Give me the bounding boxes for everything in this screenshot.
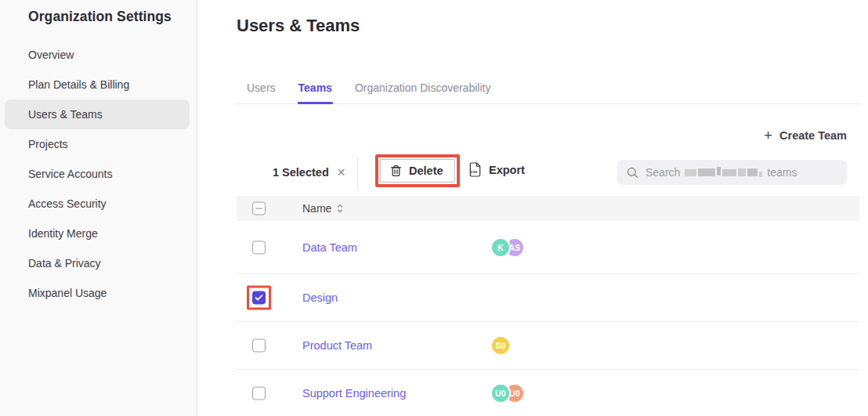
sidebar-item-identity-merge[interactable]: Identity Merge xyxy=(5,219,190,248)
table-row-support-engineering: Support Engineering U0 U0 xyxy=(237,370,859,416)
row-checkbox-support-engineering[interactable] xyxy=(252,387,266,400)
organization-settings-page: Organization Settings Overview Plan Deta… xyxy=(0,0,868,416)
sidebar-item-users-teams[interactable]: Users & Teams xyxy=(5,99,190,129)
selection-bar: 1 Selected ✕ xyxy=(273,166,345,179)
redacted-text xyxy=(685,168,762,177)
column-header-name[interactable]: Name xyxy=(302,202,343,215)
table-row-product-team: Product Team S0 xyxy=(237,322,859,370)
sidebar-item-service-accounts[interactable]: Service Accounts xyxy=(5,159,190,189)
sort-icon xyxy=(337,204,343,213)
team-link-data-team[interactable]: Data Team xyxy=(302,241,357,254)
teams-table: Name Data Team K AS xyxy=(237,196,859,416)
table-header-row: Name xyxy=(237,196,859,221)
check-icon xyxy=(255,295,263,302)
search-icon xyxy=(627,167,638,179)
trash-icon xyxy=(390,165,402,177)
sidebar-item-mixpanel-usage[interactable]: Mixpanel Usage xyxy=(5,278,190,308)
row-checkbox-data-team[interactable] xyxy=(252,241,266,254)
csv-file-icon: csv xyxy=(468,162,482,177)
avatar: S0 xyxy=(490,335,511,356)
plus-icon: + xyxy=(764,129,772,142)
avatar-group: S0 xyxy=(490,335,511,356)
indeterminate-dash-icon xyxy=(255,208,262,209)
svg-text:csv: csv xyxy=(470,169,477,174)
annotation-highlight-checkbox xyxy=(247,286,271,310)
create-team-label: Create Team xyxy=(779,129,847,142)
search-input[interactable]: Search teams xyxy=(617,160,847,185)
team-link-support-engineering[interactable]: Support Engineering xyxy=(302,387,406,400)
select-all-checkbox[interactable] xyxy=(252,202,266,215)
sidebar-item-data-privacy[interactable]: Data & Privacy xyxy=(5,248,190,278)
selected-count: 1 Selected xyxy=(273,166,329,179)
sidebar-item-overview[interactable]: Overview xyxy=(5,40,190,70)
row-checkbox-product-team[interactable] xyxy=(252,339,266,353)
toolbar-divider xyxy=(357,157,358,189)
tab-users[interactable]: Users xyxy=(246,72,277,103)
tab-organization-discoverability[interactable]: Organization Discoverability xyxy=(354,72,492,103)
tab-teams[interactable]: Teams xyxy=(298,72,333,103)
search-placeholder-suffix: teams xyxy=(767,166,797,179)
avatar-group: U0 U0 xyxy=(490,383,525,403)
delete-button-label: Delete xyxy=(409,165,443,177)
team-link-product-team[interactable]: Product Team xyxy=(302,339,372,352)
table-row-design: Design xyxy=(237,274,859,322)
row-checkbox-design[interactable] xyxy=(252,291,266,305)
team-link-design[interactable]: Design xyxy=(302,291,338,304)
export-button-label: Export xyxy=(489,164,525,176)
page-title: Users & Teams xyxy=(237,16,360,36)
avatar: K xyxy=(490,237,511,258)
sidebar-nav: Overview Plan Details & Billing Users & … xyxy=(0,40,197,308)
sidebar-title: Organization Settings xyxy=(28,9,172,25)
avatar: U0 xyxy=(490,383,511,403)
table-row-data-team: Data Team K AS xyxy=(237,221,859,274)
clear-selection-icon[interactable]: ✕ xyxy=(337,166,346,179)
delete-button[interactable]: Delete xyxy=(380,159,455,183)
active-tab-underline xyxy=(298,102,333,105)
tab-teams-label: Teams xyxy=(298,81,332,94)
avatar-group: K AS xyxy=(490,237,525,258)
sidebar-item-plan-details-billing[interactable]: Plan Details & Billing xyxy=(5,70,190,99)
settings-sidebar: Organization Settings Overview Plan Deta… xyxy=(0,0,197,416)
search-placeholder-prefix: Search xyxy=(646,166,680,179)
sidebar-item-access-security[interactable]: Access Security xyxy=(5,189,190,219)
export-button[interactable]: csv Export xyxy=(468,162,525,177)
search-placeholder: Search teams xyxy=(646,166,797,179)
sidebar-item-projects[interactable]: Projects xyxy=(5,129,190,159)
create-team-button[interactable]: + Create Team xyxy=(764,129,847,142)
tab-users-label: Users xyxy=(247,81,276,94)
tab-org-discoverability-label: Organization Discoverability xyxy=(355,81,491,94)
column-name-label: Name xyxy=(302,202,331,215)
tab-bar: Users Teams Organization Discoverability xyxy=(237,72,859,104)
annotation-highlight-delete: Delete xyxy=(375,154,460,187)
